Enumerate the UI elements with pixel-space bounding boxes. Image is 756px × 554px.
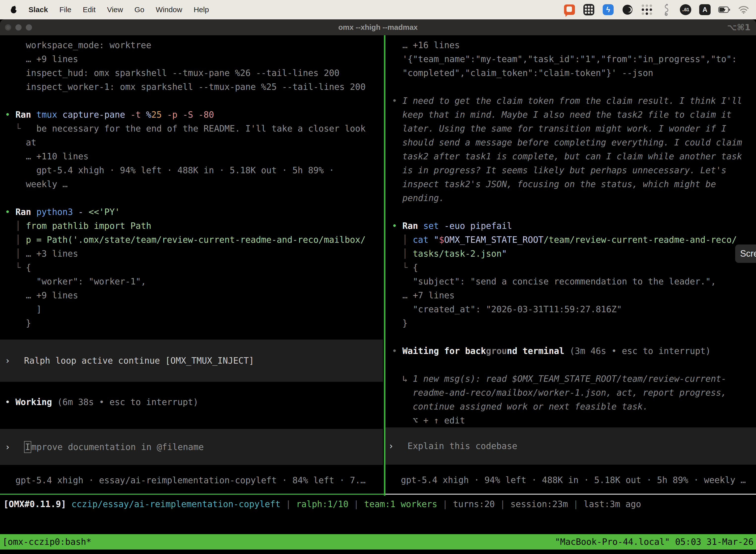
window-titlebar[interactable]: omx --xhigh --madmax ⌥⌘1 — [0, 19, 756, 35]
ralph-loop-banner-text: Ralph loop active continue [OMX_TMUX_INJ… — [24, 354, 254, 368]
right-input-placeholder: Explain this codebase — [407, 439, 517, 453]
terminal-window: omx --xhigh --madmax ⌥⌘1 workspace_mode:… — [0, 19, 756, 554]
left-input-placeholder: mprove documentation in @filename — [31, 440, 204, 454]
blue-bolt-icon[interactable]: ϟ — [602, 4, 614, 16]
crescent-icon[interactable] — [622, 4, 633, 16]
a-key-icon[interactable]: A — [699, 4, 711, 16]
working-status-row: • Working (6m 38s • esc to interrupt) — [0, 395, 384, 409]
right-pane-output: … +16 lines '{"team_name":"my-team","tas… — [385, 35, 756, 428]
chat-icon[interactable] — [564, 4, 575, 16]
left-model-status-line: gpt-5.4 xhigh · essay/ai-reimplementatio… — [0, 473, 384, 487]
left-pane-output: workspace_mode: worktree … +9 lines insp… — [0, 35, 384, 330]
minimize-window-button[interactable] — [15, 24, 21, 31]
tmux-pane-right[interactable]: … +16 lines '{"team_name":"my-team","tas… — [385, 35, 756, 495]
right-prompt-input[interactable]: › Explain this codebase — [385, 428, 756, 465]
menu-item-slack[interactable]: Slack — [28, 5, 48, 14]
screen-overlay-button[interactable]: Scre — [735, 244, 756, 263]
window-title: omx --xhigh --madmax — [338, 23, 418, 32]
chevron-prompt-icon: › — [5, 440, 10, 454]
chevron-prompt-icon: › — [388, 439, 394, 453]
text-cursor: I — [24, 441, 31, 453]
apple-menu-icon[interactable] — [10, 6, 17, 14]
chevron-prompt-icon: › — [5, 354, 10, 368]
tmux-panes: workspace_mode: worktree … +9 lines insp… — [0, 35, 756, 496]
s-curl-icon[interactable] — [660, 4, 672, 16]
tmux-host-clock-label: "MacBook-Pro-44.local" 05:03 31-Mar-26 — [555, 537, 754, 547]
battery-icon[interactable] — [718, 4, 730, 16]
menu-item-file[interactable]: File — [59, 5, 71, 14]
badge-61-icon[interactable]: ..61 — [680, 4, 692, 16]
grid-shield-icon[interactable] — [583, 4, 595, 16]
menu-bar: Slack File Edit View Go Window Help ϟ — [0, 0, 756, 19]
tmux-status-bar: [omx-cczip0:bash* "MacBook-Pro-44.local"… — [0, 534, 756, 550]
tmux-session-label[interactable]: [omx-cczip0:bash* — [2, 537, 91, 547]
wifi-icon[interactable] — [738, 4, 750, 16]
window-shortcut-badge: ⌥⌘1 — [727, 22, 751, 32]
menu-item-go[interactable]: Go — [134, 5, 144, 14]
right-model-status-line: gpt-5.4 xhigh · 94% left · 488K in · 5.1… — [385, 473, 756, 487]
menu-item-window[interactable]: Window — [156, 5, 182, 14]
dot-grid-icon[interactable] — [641, 4, 653, 16]
tmux-pane-left[interactable]: workspace_mode: worktree … +9 lines insp… — [0, 35, 384, 495]
left-prompt-input[interactable]: › I mprove documentation in @filename — [0, 429, 383, 465]
omx-session-status-line: [OMX#0.11.9] cczip/essay/ai-reimplementa… — [0, 497, 756, 511]
menu-item-edit[interactable]: Edit — [83, 5, 96, 14]
zoom-window-button[interactable] — [26, 24, 32, 31]
close-window-button[interactable] — [5, 24, 11, 31]
menu-item-view[interactable]: View — [107, 5, 123, 14]
ralph-loop-banner: › Ralph loop active continue [OMX_TMUX_I… — [0, 340, 383, 382]
menu-item-help[interactable]: Help — [194, 5, 209, 14]
